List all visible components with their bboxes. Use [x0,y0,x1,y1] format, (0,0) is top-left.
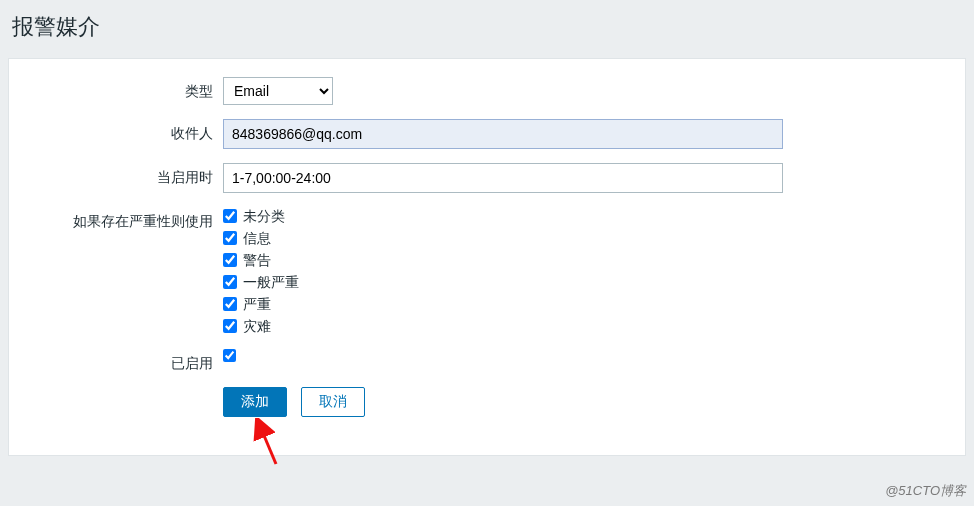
severity-checkbox[interactable] [223,319,237,333]
severity-text: 一般严重 [243,273,299,291]
type-select[interactable]: Email [223,77,333,105]
severity-checkbox-group: 未分类 信息 警告 一般严重 严重 [223,207,783,335]
severity-option-disaster[interactable]: 灾难 [223,317,783,335]
when-active-label: 当启用时 [23,163,223,187]
page-title: 报警媒介 [0,0,974,50]
severity-checkbox[interactable] [223,275,237,289]
row-recipient: 收件人 [23,119,951,149]
severity-text: 信息 [243,229,271,247]
enabled-label: 已启用 [23,349,223,373]
severity-option-warning[interactable]: 警告 [223,251,783,269]
when-active-input[interactable] [223,163,783,193]
severity-option-unclassified[interactable]: 未分类 [223,207,783,225]
severity-option-info[interactable]: 信息 [223,229,783,247]
cancel-button[interactable]: 取消 [301,387,365,417]
recipient-label: 收件人 [23,119,223,143]
watermark: @51CTO博客 [885,482,966,500]
row-type: 类型 Email [23,77,951,105]
add-button[interactable]: 添加 [223,387,287,417]
severity-label: 如果存在严重性则使用 [23,207,223,231]
row-severity: 如果存在严重性则使用 未分类 信息 警告 一般严重 [23,207,951,335]
severity-text: 未分类 [243,207,285,225]
severity-option-average[interactable]: 一般严重 [223,273,783,291]
severity-checkbox[interactable] [223,253,237,267]
severity-checkbox[interactable] [223,297,237,311]
severity-text: 严重 [243,295,271,313]
severity-text: 灾难 [243,317,271,335]
severity-text: 警告 [243,251,271,269]
row-buttons: 添加 取消 [23,387,951,417]
severity-checkbox[interactable] [223,231,237,245]
recipient-input[interactable] [223,119,783,149]
type-label: 类型 [23,77,223,101]
media-form: 类型 Email 收件人 当启用时 如果存在严重性则使用 未分类 [8,58,966,456]
row-enabled: 已启用 [23,349,951,373]
row-when-active: 当启用时 [23,163,951,193]
enabled-checkbox[interactable] [223,349,236,362]
severity-option-high[interactable]: 严重 [223,295,783,313]
severity-checkbox[interactable] [223,209,237,223]
